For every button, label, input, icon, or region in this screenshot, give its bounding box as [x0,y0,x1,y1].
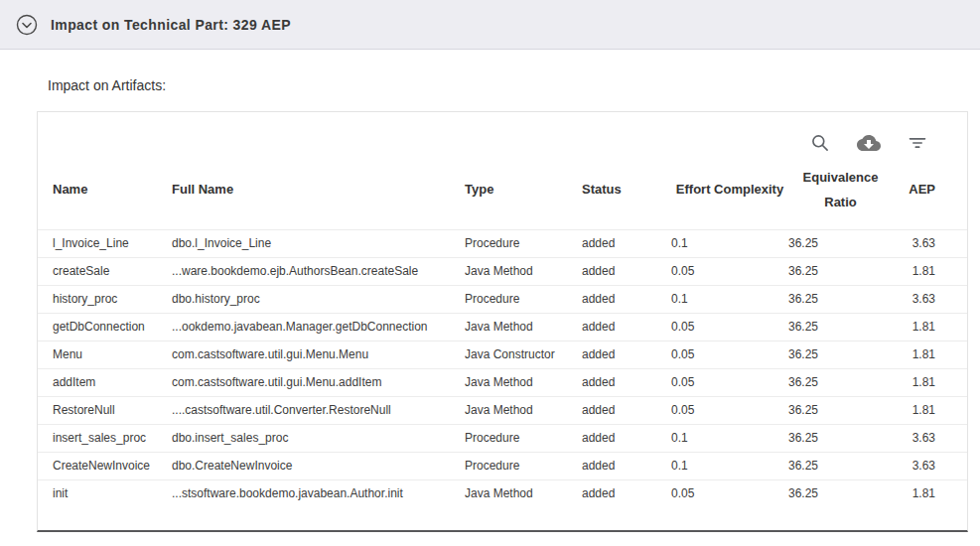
table-cell: Java Method [465,313,582,341]
table-cell: addItem [38,368,172,396]
table-row[interactable]: l_Invoice_Linedbo.l_Invoice_LineProcedur… [38,229,967,257]
table-cell: 36.25 [788,257,893,285]
table-cell: Procedure [465,424,582,452]
column-header-effort-complexity[interactable]: Effort Complexity [671,164,788,229]
column-header-aep[interactable]: AEP [893,164,967,229]
table-body: l_Invoice_Linedbo.l_Invoice_LineProcedur… [38,229,967,507]
table-cell: 36.25 [788,229,893,257]
table-cell: 0.1 [671,229,788,257]
table-cell: ...stsoftware.bookdemo.javabean.Author.i… [172,479,465,507]
table-cell: insert_sales_proc [38,424,172,452]
table-row[interactable]: insert_sales_procdbo.insert_sales_procPr… [38,424,967,452]
table-row[interactable]: createSale...ware.bookdemo.ejb.AuthorsBe… [38,257,967,285]
table-cell: added [582,229,671,257]
table-cell: createSale [38,257,172,285]
table-cell: 36.25 [788,424,893,452]
table-cell: Procedure [465,229,582,257]
table-cell: ....castsoftware.util.Converter.RestoreN… [172,396,465,424]
table-cell: 0.05 [671,341,788,368]
table-cell: CreateNewInvoice [38,452,172,479]
impact-on-artifacts-label: Impact on Artifacts: [48,77,968,93]
technical-part-section-header[interactable]: Impact on Technical Part: 329 AEP [0,0,980,50]
table-cell: com.castsoftware.util.gui.Menu.addItem [172,368,465,396]
page-title: Impact on Technical Part: 329 AEP [51,17,291,33]
table-cell: added [582,313,671,341]
table-cell: dbo.history_proc [172,285,465,313]
table-cell: 1.81 [893,396,967,424]
table-row[interactable]: history_procdbo.history_procProcedureadd… [38,285,967,313]
search-icon[interactable] [810,133,830,153]
table-cell: 1.81 [893,368,967,396]
table-header-row: Name Full Name Type Status Effort Comple… [38,164,967,229]
table-cell: added [582,368,671,396]
table-cell: added [582,396,671,424]
table-cell: Procedure [465,285,582,313]
table-cell: ...ookdemo.javabean.Manager.getDbConnect… [172,313,465,341]
table-cell: 36.25 [788,479,893,507]
filter-icon[interactable] [908,133,927,153]
table-cell: added [582,285,671,313]
table-cell: Java Method [465,396,582,424]
table-toolbar [38,112,967,164]
table-cell: 0.1 [671,424,788,452]
table-cell: 1.81 [893,341,967,368]
table-cell: init [38,479,172,507]
table-cell: dbo.CreateNewInvoice [172,452,465,479]
table-cell: 3.63 [893,452,967,479]
table-cell: 0.05 [671,257,788,285]
column-header-full-name[interactable]: Full Name [172,164,465,229]
table-cell: added [582,424,671,452]
table-cell: 0.1 [671,452,788,479]
table-cell: 0.05 [671,479,788,507]
table-cell: l_Invoice_Line [38,229,172,257]
table-cell: Procedure [465,452,582,479]
table-cell: 36.25 [788,285,893,313]
table-cell: 0.05 [671,313,788,341]
table-cell: Java Method [465,479,582,507]
column-header-status[interactable]: Status [582,164,671,229]
table-cell: 3.63 [893,229,967,257]
table-cell: dbo.insert_sales_proc [172,424,465,452]
table-cell: history_proc [38,285,172,313]
table-row[interactable]: init...stsoftware.bookdemo.javabean.Auth… [38,479,967,507]
table-cell: getDbConnection [38,313,172,341]
table-cell: ...ware.bookdemo.ejb.AuthorsBean.createS… [172,257,465,285]
table-cell: 36.25 [788,452,893,479]
table-cell: 0.05 [671,368,788,396]
column-header-name[interactable]: Name [38,164,172,229]
table-cell: 1.81 [893,257,967,285]
column-header-type[interactable]: Type [465,164,582,229]
table-row[interactable]: getDbConnection...ookdemo.javabean.Manag… [38,313,967,341]
table-cell: Menu [38,341,172,368]
artifacts-table: Name Full Name Type Status Effort Comple… [38,164,967,507]
table-cell: com.castsoftware.util.gui.Menu.Menu [172,341,465,368]
column-header-equivalence-ratio[interactable]: Equivalence Ratio [788,164,893,229]
table-cell: 0.1 [671,285,788,313]
table-cell: 36.25 [788,341,893,368]
table-cell: Java Method [465,257,582,285]
table-row[interactable]: RestoreNull....castsoftware.util.Convert… [38,396,967,424]
table-cell: added [582,452,671,479]
table-row[interactable]: Menucom.castsoftware.util.gui.Menu.MenuJ… [38,341,967,368]
chevron-down-circle-icon[interactable] [16,14,38,36]
table-cell: 1.81 [893,313,967,341]
table-cell: Java Method [465,368,582,396]
table-row[interactable]: CreateNewInvoicedbo.CreateNewInvoiceProc… [38,452,967,479]
table-cell: added [582,257,671,285]
table-cell: 3.63 [893,285,967,313]
table-cell: 36.25 [788,313,893,341]
artifacts-table-card: Name Full Name Type Status Effort Comple… [37,111,968,532]
table-cell: added [582,341,671,368]
table-cell: 0.05 [671,396,788,424]
table-cell: added [582,479,671,507]
table-cell: dbo.l_Invoice_Line [172,229,465,257]
table-cell: 36.25 [788,368,893,396]
table-cell: 36.25 [788,396,893,424]
table-row[interactable]: addItemcom.castsoftware.util.gui.Menu.ad… [38,368,967,396]
table-cell: RestoreNull [38,396,172,424]
table-cell: Java Constructor [465,341,582,368]
table-cell: 3.63 [893,424,967,452]
table-cell: 1.81 [893,479,967,507]
content-area: Impact on Artifacts: [0,50,980,532]
cloud-download-icon[interactable] [857,131,881,155]
